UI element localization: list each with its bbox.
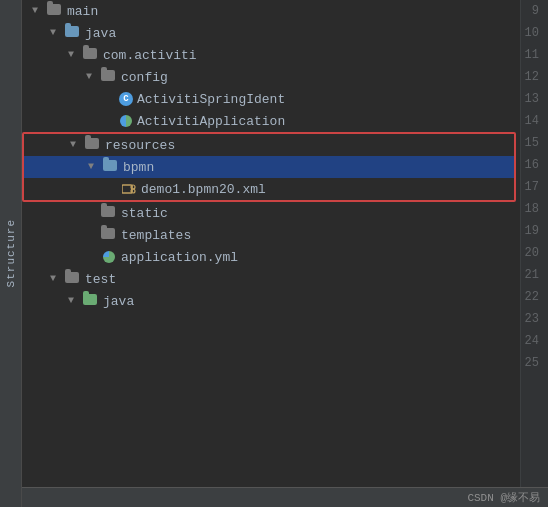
tree-row[interactable]: templates	[22, 224, 520, 246]
demo1-row[interactable]: demo1.bpmn20.xml	[24, 178, 514, 200]
arrow-icon	[32, 5, 44, 17]
arrow-icon	[88, 161, 100, 173]
line-num: 12	[521, 66, 543, 88]
node-label: ActivitiApplication	[137, 114, 285, 129]
line-num: 9	[521, 0, 543, 22]
line-num: 15	[521, 132, 543, 154]
folder-icon	[83, 48, 99, 62]
node-label: config	[121, 70, 168, 85]
tree-row[interactable]: java	[22, 22, 520, 44]
node-label: bpmn	[123, 160, 154, 175]
arrow-icon	[86, 71, 98, 83]
arrow-icon	[50, 27, 62, 39]
tree-row[interactable]: com.activiti	[22, 44, 520, 66]
arrow-icon	[68, 49, 80, 61]
line-num: 19	[521, 220, 543, 242]
line-num: 25	[521, 352, 543, 374]
node-label: java	[85, 26, 116, 41]
line-num: 10	[521, 22, 543, 44]
arrow-icon	[68, 295, 80, 307]
folder-icon	[47, 4, 63, 18]
line-num: 17	[521, 176, 543, 198]
node-label: application.yml	[121, 250, 238, 265]
tree-row[interactable]: config	[22, 66, 520, 88]
folder-icon	[101, 70, 117, 84]
structure-tab[interactable]: Structure	[0, 0, 22, 507]
line-num: 11	[521, 44, 543, 66]
bottom-bar: CSDN @缘不易	[22, 487, 548, 507]
bpmn-row[interactable]: bpmn	[24, 156, 514, 178]
line-num: 18	[521, 198, 543, 220]
folder-icon	[65, 272, 81, 286]
tree-row[interactable]: application.yml	[22, 246, 520, 268]
highlight-group: resources bpmn	[22, 132, 516, 202]
class-c-icon: C	[119, 92, 133, 106]
line-num: 24	[521, 330, 543, 352]
node-label: resources	[105, 138, 175, 153]
node-label: templates	[121, 228, 191, 243]
svg-rect-0	[122, 185, 132, 193]
node-label: java	[103, 294, 134, 309]
line-num: 20	[521, 242, 543, 264]
folder-icon	[101, 228, 117, 242]
bottom-bar-text: CSDN @缘不易	[467, 490, 540, 505]
tree-row[interactable]: C ActivitiSpringIdent	[22, 88, 520, 110]
node-label: com.activiti	[103, 48, 197, 63]
folder-icon	[85, 138, 101, 152]
arrow-icon	[50, 273, 62, 285]
resources-row[interactable]: resources	[24, 134, 514, 156]
line-num: 21	[521, 264, 543, 286]
node-label: main	[67, 4, 98, 19]
tree-row[interactable]: java	[22, 290, 520, 312]
spring-icon	[119, 114, 133, 128]
node-label: demo1.bpmn20.xml	[141, 182, 266, 197]
tree-row[interactable]: test	[22, 268, 520, 290]
folder-icon	[101, 206, 117, 220]
line-num: 16	[521, 154, 543, 176]
tree-row[interactable]: ActivitiApplication	[22, 110, 520, 132]
line-num: 13	[521, 88, 543, 110]
tree-row[interactable]: main	[22, 0, 520, 22]
file-tree: main java com.activiti config C Activiti…	[22, 0, 520, 507]
folder-icon	[65, 26, 81, 40]
line-numbers: 9 10 11 12 13 14 15 16 17 18 19 20 21 22…	[520, 0, 548, 507]
yml-icon	[101, 250, 117, 264]
bpmn-file-icon	[121, 182, 137, 196]
node-label: static	[121, 206, 168, 221]
folder-icon	[103, 160, 119, 174]
structure-tab-label: Structure	[5, 219, 17, 287]
node-label: test	[85, 272, 116, 287]
line-num: 22	[521, 286, 543, 308]
tree-row[interactable]: static	[22, 202, 520, 224]
node-label: ActivitiSpringIdent	[137, 92, 285, 107]
main-container: Structure main java com.activiti config	[0, 0, 548, 507]
folder-icon	[83, 294, 99, 308]
line-num: 23	[521, 308, 543, 330]
arrow-icon	[70, 139, 82, 151]
line-num: 14	[521, 110, 543, 132]
